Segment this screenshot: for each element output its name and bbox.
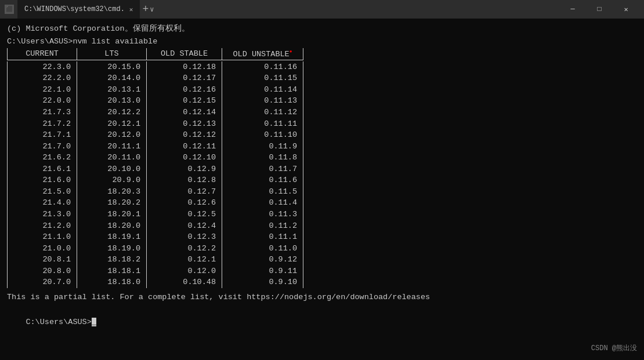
- table-cell: 21.4.0: [8, 197, 77, 209]
- table-cell: 0.11.7: [222, 163, 303, 175]
- table-row: 22.0.020.13.00.12.150.11.13: [8, 95, 303, 107]
- table-cell: 20.12.1: [77, 118, 147, 130]
- table-cell: 0.12.1: [147, 254, 222, 266]
- table-cell: 0.11.11: [222, 118, 303, 130]
- table-row: 21.7.020.11.10.12.110.11.9: [8, 141, 303, 152]
- table-cell: 18.19.0: [77, 243, 147, 254]
- table-row: 20.8.018.18.10.12.00.9.11: [8, 266, 303, 277]
- table-cell: 18.18.2: [77, 254, 147, 266]
- header-lts: LTS: [77, 48, 147, 60]
- table-cell: 21.7.2: [8, 118, 77, 130]
- table-row: 21.6.020.9.00.12.80.11.6: [8, 174, 303, 186]
- table-cell: 22.3.0: [8, 61, 77, 73]
- table-row: 21.7.220.12.10.12.130.11.11: [8, 118, 303, 130]
- table-cell: 0.11.13: [222, 95, 303, 107]
- nvm-table: CURRENT LTS OLD STABLE OLD UNSTABLE● 22.…: [7, 48, 303, 288]
- table-cell: 0.11.12: [222, 107, 303, 118]
- table-cell: 21.7.3: [8, 107, 77, 118]
- table-row: 20.7.018.18.00.10.480.9.10: [8, 277, 303, 288]
- table-cell: 0.12.3: [147, 231, 222, 243]
- table-cell: 0.11.0: [222, 243, 303, 254]
- table-cell: 20.13.0: [77, 95, 147, 107]
- header-current: CURRENT: [8, 48, 77, 60]
- table-row: 22.3.020.15.00.12.180.11.16: [8, 61, 303, 73]
- terminal: (c) Microsoft Corporation。保留所有权利。 C:\Use…: [0, 19, 644, 360]
- table-cell: 18.20.1: [77, 209, 147, 220]
- table-cell: 0.12.8: [147, 174, 222, 186]
- table-cell: 20.12.0: [77, 129, 147, 141]
- table-cell: 0.12.18: [147, 61, 222, 73]
- table-cell: 0.12.4: [147, 220, 222, 232]
- table-cell: 18.18.0: [77, 277, 147, 288]
- table-row: 21.7.320.12.20.12.140.11.12: [8, 107, 303, 118]
- add-tab-button[interactable]: +: [142, 0, 149, 19]
- table-row: 21.6.220.11.00.12.100.11.8: [8, 152, 303, 163]
- table-cell: 21.5.0: [8, 186, 77, 198]
- table-cell: 0.12.16: [147, 84, 222, 96]
- table-cell: 20.14.0: [77, 72, 147, 84]
- tab-cmd[interactable]: C:\WINDOWS\system32\cmd. ✕: [17, 0, 140, 19]
- prompt-line: C:\Users\ASUS>_: [7, 306, 637, 340]
- footer-text: This is a partial list. For a complete l…: [7, 292, 637, 303]
- table-cell: 0.9.11: [222, 266, 303, 277]
- table-row: 21.2.018.20.00.12.40.11.2: [8, 220, 303, 232]
- app-icon: ⬛: [5, 5, 14, 14]
- watermark: CSDN @熊出没: [591, 343, 637, 353]
- table-cell: 20.9.0: [77, 174, 147, 186]
- table-cell: 0.11.4: [222, 197, 303, 209]
- table-cell: 0.11.9: [222, 141, 303, 152]
- table-cell: 20.12.2: [77, 107, 147, 118]
- table-cell: 0.12.17: [147, 72, 222, 84]
- table-cell: 21.7.1: [8, 129, 77, 141]
- tab-close-icon[interactable]: ✕: [129, 6, 133, 13]
- table-cell: 0.9.10: [222, 277, 303, 288]
- table-cell: 0.11.3: [222, 209, 303, 220]
- table-cell: 0.10.48: [147, 277, 222, 288]
- table-cell: 21.6.1: [8, 163, 77, 175]
- header-old-stable: OLD STABLE: [147, 48, 222, 60]
- table-cell: 18.20.0: [77, 220, 147, 232]
- table-cell: 18.19.1: [77, 231, 147, 243]
- table-cell: 0.11.10: [222, 129, 303, 141]
- table-cell: 0.11.16: [222, 61, 303, 73]
- table-cell: 0.11.15: [222, 72, 303, 84]
- table-cell: 21.6.0: [8, 174, 77, 186]
- table-cell: 20.11.0: [77, 152, 147, 163]
- minimize-button[interactable]: —: [559, 0, 586, 19]
- table-cell: 18.18.1: [77, 266, 147, 277]
- table-cell: 0.12.7: [147, 186, 222, 198]
- table-cell: 0.11.14: [222, 84, 303, 96]
- table-cell: 20.10.0: [77, 163, 147, 175]
- table-cell: 21.7.0: [8, 141, 77, 152]
- table-row: 21.0.018.19.00.12.20.11.0: [8, 243, 303, 254]
- titlebar: ⬛ C:\WINDOWS\system32\cmd. ✕ + ∨ — □ ✕: [0, 0, 644, 19]
- window-controls: — □ ✕: [559, 0, 639, 19]
- table-cell: 21.1.0: [8, 231, 77, 243]
- table-row: 21.4.018.20.20.12.60.11.4: [8, 197, 303, 209]
- table-row: 21.1.018.19.10.12.30.11.1: [8, 231, 303, 243]
- table-cell: 0.12.2: [147, 243, 222, 254]
- table-cell: 0.12.9: [147, 163, 222, 175]
- table-cell: 20.8.1: [8, 254, 77, 266]
- table-row: 21.5.018.20.30.12.70.11.5: [8, 186, 303, 198]
- table-cell: 0.12.15: [147, 95, 222, 107]
- table-cell: 0.11.5: [222, 186, 303, 198]
- table-body: 22.3.020.15.00.12.180.11.1622.2.020.14.0…: [8, 61, 303, 288]
- nvm-command-line: C:\Users\ASUS>nvm list available: [7, 36, 637, 48]
- table-cell: 0.12.12: [147, 129, 222, 141]
- table-cell: 20.15.0: [77, 61, 147, 73]
- table-cell: 20.7.0: [8, 277, 77, 288]
- table-row: 22.2.020.14.00.12.170.11.15: [8, 72, 303, 84]
- table-cell: 22.1.0: [8, 84, 77, 96]
- tab-chevron-icon[interactable]: ∨: [150, 5, 154, 14]
- close-button[interactable]: ✕: [613, 0, 639, 19]
- table-cell: 0.12.0: [147, 266, 222, 277]
- table-row: 20.8.118.18.20.12.10.9.12: [8, 254, 303, 266]
- table-cell: 0.12.13: [147, 118, 222, 130]
- table-cell: 20.8.0: [8, 266, 77, 277]
- tab-title: C:\WINDOWS\system32\cmd.: [24, 5, 125, 13]
- table-cell: 21.6.2: [8, 152, 77, 163]
- maximize-button[interactable]: □: [586, 0, 613, 19]
- table-row: 21.3.018.20.10.12.50.11.3: [8, 209, 303, 220]
- table-cell: 0.11.8: [222, 152, 303, 163]
